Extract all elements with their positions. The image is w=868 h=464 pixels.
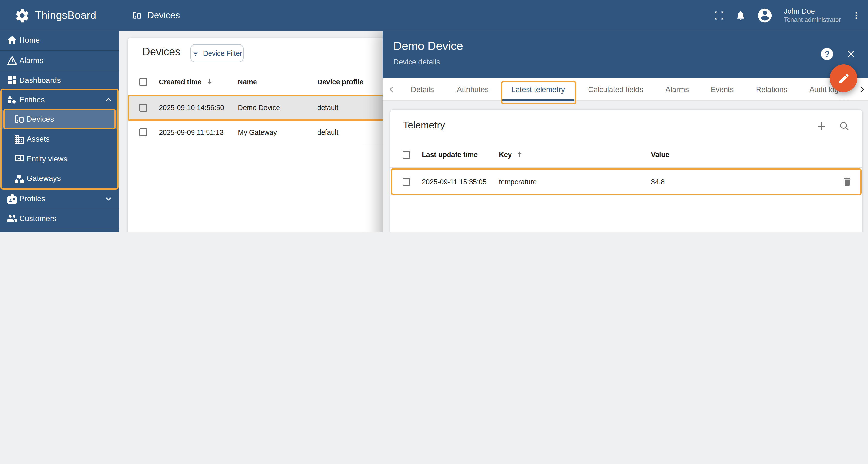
tab-relations[interactable]: Relations xyxy=(756,78,787,101)
column-value[interactable]: Value xyxy=(651,151,670,158)
telemetry-title: Telemetry xyxy=(403,120,445,131)
sort-asc-icon[interactable] xyxy=(516,150,524,158)
column-created-time[interactable]: Created time xyxy=(159,78,202,86)
notifications-bell-icon[interactable] xyxy=(735,10,746,21)
thingsboard-app: ThingsBoard Devices John Doe Tenant admi… xyxy=(0,0,868,232)
row-checkbox[interactable] xyxy=(403,178,410,186)
column-last-update-time[interactable]: Last update time xyxy=(422,151,477,158)
app-name: ThingsBoard xyxy=(35,9,96,22)
tab-details[interactable]: Details xyxy=(411,78,434,101)
column-name[interactable]: Name xyxy=(238,78,257,86)
select-all-checkbox[interactable] xyxy=(403,151,410,158)
details-header: Demo Device Device details ? xyxy=(383,31,868,78)
help-icon[interactable]: ? xyxy=(821,48,833,60)
telemetry-panel: Telemetry Last update time Key Value 202… xyxy=(391,110,862,232)
edit-fab-button[interactable] xyxy=(830,64,857,92)
entity-views-icon xyxy=(13,153,25,164)
assets-building-icon xyxy=(13,133,25,145)
more-menu-icon[interactable] xyxy=(851,10,861,20)
device-row-my-gateway[interactable]: 2025-09-09 11:51:13 My Gateway default xyxy=(128,121,390,144)
tab-events[interactable]: Events xyxy=(711,78,734,101)
devices-page-icon xyxy=(132,10,143,21)
active-tab-underline xyxy=(502,99,575,102)
tabs-scroll-right-icon[interactable] xyxy=(858,85,866,94)
telemetry-row-temperature[interactable]: 2025-09-11 15:35:05 temperature 34.8 xyxy=(391,169,862,195)
sidebar-item-gateways[interactable]: Gateways xyxy=(0,169,119,188)
devices-panel-title: Devices xyxy=(143,46,180,58)
sidebar-nav: Home Alarms Dashboards Entities Devices … xyxy=(0,31,119,232)
device-details-overlay: Demo Device Device details ? Details Att… xyxy=(383,31,868,232)
device-filter-button[interactable]: Device Filter xyxy=(190,44,244,62)
chevron-up-icon xyxy=(104,96,113,104)
row-checkbox[interactable] xyxy=(140,104,147,112)
thingsboard-logo-icon xyxy=(14,7,30,23)
user-name: John Doe xyxy=(784,7,841,16)
fullscreen-icon[interactable] xyxy=(714,10,724,21)
user-avatar[interactable] xyxy=(756,7,773,24)
page-title: Devices xyxy=(147,10,180,21)
tab-calculated-fields[interactable]: Calculated fields xyxy=(588,78,643,101)
sidebar-item-home[interactable]: Home xyxy=(0,31,119,50)
tabs-scroll-left-icon[interactable] xyxy=(388,85,396,94)
tab-latest-telemetry[interactable]: Latest telemetry xyxy=(512,78,565,101)
sidebar-item-alarms[interactable]: Alarms xyxy=(0,50,119,70)
table-header-divider xyxy=(391,167,862,168)
home-icon xyxy=(6,34,18,46)
details-subtitle: Device details xyxy=(393,58,440,66)
user-role: Tenant administrator xyxy=(784,16,841,24)
column-key[interactable]: Key xyxy=(499,151,512,158)
sidebar-item-entities[interactable]: Entities xyxy=(0,90,119,110)
entities-shapes-icon xyxy=(6,94,18,106)
select-all-checkbox[interactable] xyxy=(140,78,147,86)
alarm-warning-icon xyxy=(6,55,18,66)
device-row-demo-device[interactable]: 2025-09-10 14:56:50 Demo Device default xyxy=(128,96,390,120)
column-device-profile[interactable]: Device profile xyxy=(317,78,363,86)
edit-pencil-icon xyxy=(837,72,850,85)
devices-table-panel: Devices Device Filter Created time Name … xyxy=(128,38,390,232)
sidebar-item-dashboards[interactable]: Dashboards xyxy=(0,70,119,90)
sidebar-item-assets[interactable]: Assets xyxy=(0,129,119,149)
top-header: ThingsBoard Devices John Doe Tenant admi… xyxy=(0,0,868,31)
page-header: Devices xyxy=(132,0,180,31)
table-header-divider xyxy=(128,94,390,95)
sidebar-item-customers[interactable]: Customers xyxy=(0,208,119,228)
delete-trash-icon[interactable] xyxy=(842,176,852,187)
close-icon[interactable] xyxy=(846,49,857,59)
customers-people-icon xyxy=(6,212,18,224)
dashboards-icon xyxy=(6,75,18,86)
header-actions: John Doe Tenant administrator xyxy=(714,0,861,31)
add-telemetry-icon[interactable] xyxy=(816,120,827,132)
chevron-down-icon xyxy=(104,195,113,202)
sidebar-item-devices[interactable]: Devices xyxy=(0,110,119,129)
devices-icon xyxy=(13,113,25,125)
sidebar-item-rule-chains[interactable]: Rule chains xyxy=(0,228,119,232)
details-tab-bar: Details Attributes Latest telemetry Calc… xyxy=(383,78,868,101)
sidebar-item-profiles[interactable]: Profiles xyxy=(0,188,119,208)
gateways-hub-icon xyxy=(13,173,25,184)
sidebar-item-entity-views[interactable]: Entity views xyxy=(0,149,119,169)
tab-attributes[interactable]: Attributes xyxy=(457,78,489,101)
details-title: Demo Device xyxy=(393,39,463,53)
user-info[interactable]: John Doe Tenant administrator xyxy=(784,7,841,24)
profiles-badge-icon xyxy=(6,193,18,204)
search-icon[interactable] xyxy=(838,120,850,132)
app-logo[interactable]: ThingsBoard xyxy=(14,0,96,31)
row-checkbox[interactable] xyxy=(140,128,147,136)
tab-alarms[interactable]: Alarms xyxy=(665,78,689,101)
filter-icon xyxy=(192,49,199,57)
sort-desc-icon[interactable] xyxy=(206,78,214,86)
